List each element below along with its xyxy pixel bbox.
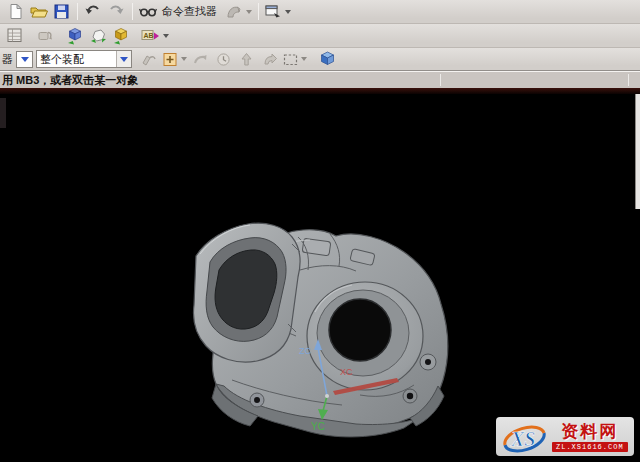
glasses-icon: [139, 3, 158, 20]
watermark-xs-logo: XS: [500, 420, 550, 454]
reuse-library-icon: [36, 27, 55, 44]
clock-icon: [215, 51, 232, 68]
type-filter-label: 器: [2, 52, 13, 67]
wave-linker-icon: AB: [141, 27, 161, 44]
deselect-arrow-button[interactable]: [189, 49, 211, 69]
undo-button[interactable]: [82, 2, 104, 22]
up-arrow-button[interactable]: [235, 49, 257, 69]
select-all-clock-button[interactable]: [212, 49, 234, 69]
snap-point-button[interactable]: [138, 49, 160, 69]
selection-scope-combo[interactable]: 整个装配: [36, 50, 132, 68]
hook-arrow-button[interactable]: [258, 49, 280, 69]
prompt-text: 用 MB3，或者双击某一对象: [0, 73, 138, 88]
toolbar-selection: 器 整个装配: [0, 48, 640, 71]
type-filter-dropdown-button[interactable]: [16, 51, 33, 68]
shaded-view-button[interactable]: [316, 49, 338, 69]
watermark-site: ZL.XS1616.COM: [552, 442, 628, 452]
plus-box-icon: [162, 51, 179, 68]
open-folder-icon: [29, 3, 48, 20]
application-chrome: 命令查找器 AB: [0, 0, 640, 94]
shaded-cube-icon: [318, 50, 337, 68]
graphics-viewport[interactable]: ZC XC YC XS 资料网 ZL.XS1616.COM: [0, 94, 640, 462]
curved-arrow-icon: [192, 51, 209, 68]
model-viewfinder-tube: [194, 223, 301, 362]
dropdown-caret-icon: [285, 10, 291, 14]
move-component-icon: [89, 27, 108, 45]
dropdown-caret-icon: [21, 57, 29, 62]
statusbar-separator: [440, 74, 441, 86]
prompt-status-bar: 用 MB3，或者双击某一对象: [0, 71, 640, 88]
selection-plus-box-button[interactable]: [161, 49, 188, 69]
command-finder-button[interactable]: [137, 2, 159, 22]
new-file-icon: [7, 3, 24, 20]
toolbar-assemblies: AB: [0, 24, 640, 48]
redo-button[interactable]: [105, 2, 127, 22]
new-file-button[interactable]: [4, 2, 26, 22]
toolbar-separator: [77, 3, 78, 20]
reuse-library-button[interactable]: [34, 26, 56, 46]
snap-point-icon: [140, 51, 158, 68]
touch-mode-button[interactable]: [223, 2, 253, 22]
save-floppy-icon: [53, 3, 70, 20]
window-switch-button[interactable]: [263, 2, 292, 22]
touch-mode-icon: [224, 3, 244, 20]
dropdown-caret-icon: [246, 10, 252, 14]
redo-icon: [107, 3, 125, 20]
undo-icon: [84, 3, 102, 20]
dropdown-caret-icon: [181, 57, 187, 61]
up-arrow-icon: [239, 51, 254, 68]
move-component-button[interactable]: [87, 26, 109, 46]
add-component-cube-icon: [66, 27, 85, 45]
wcs-y-label: YC: [311, 421, 325, 432]
dropdown-caret-icon: [163, 34, 169, 38]
marquee-rect-icon: [282, 51, 299, 68]
add-component-button[interactable]: [64, 26, 86, 46]
dropdown-caret-icon: [120, 57, 128, 62]
assembly-navigator-icon: [6, 27, 24, 44]
cad-model-canvas: ZC XC YC: [0, 94, 640, 462]
command-finder-label: 命令查找器: [162, 4, 217, 19]
rectangle-marquee-button[interactable]: [281, 49, 308, 69]
hook-arrow-icon: [261, 51, 278, 68]
save-button[interactable]: [50, 2, 72, 22]
watermark-monogram: XS: [510, 428, 535, 450]
toolbar-standard: 命令查找器: [0, 0, 640, 24]
toolbar-separator: [258, 3, 259, 20]
assembly-navigator-button[interactable]: [4, 26, 26, 46]
selection-scope-dropdown-button[interactable]: [116, 51, 131, 67]
window-icon: [264, 3, 283, 20]
dropdown-caret-icon: [301, 57, 307, 61]
selection-scope-value: 整个装配: [37, 52, 116, 67]
open-file-button[interactable]: [27, 2, 49, 22]
toolbar-separator: [132, 3, 133, 20]
watermark-badge: XS 资料网 ZL.XS1616.COM: [496, 417, 634, 456]
right-edge-strip: [635, 94, 640, 209]
wcs-z-label: ZC: [299, 346, 311, 356]
statusbar-separator: [628, 74, 629, 86]
wave-geometry-linker-button[interactable]: AB: [140, 26, 170, 46]
assembly-constraints-button[interactable]: [110, 26, 132, 46]
watermark-brand: 资料网: [561, 422, 618, 441]
wcs-x-label: XC: [340, 367, 353, 377]
constraints-cube-icon: [112, 27, 131, 45]
svg-text:AB: AB: [144, 32, 154, 39]
